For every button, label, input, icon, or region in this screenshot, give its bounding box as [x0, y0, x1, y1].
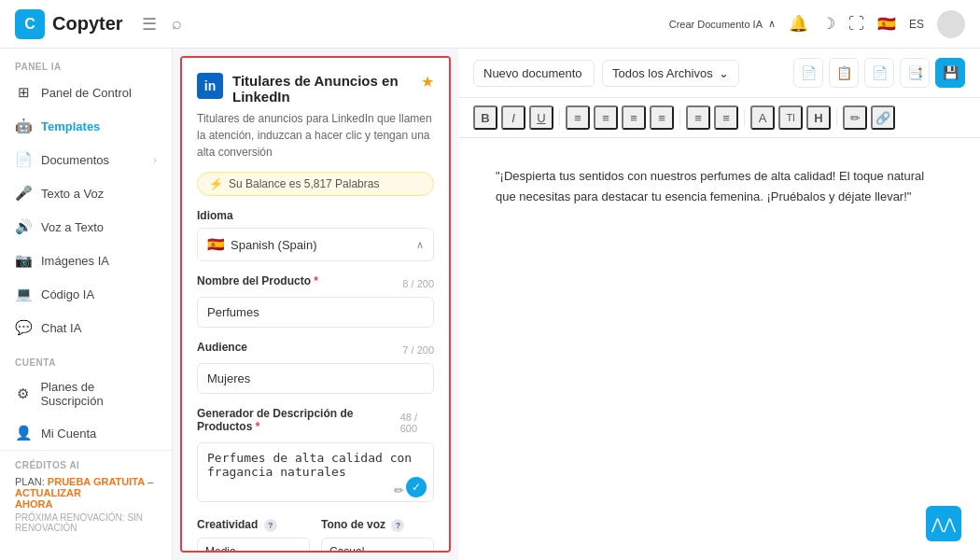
- nombre-input[interactable]: [197, 297, 434, 328]
- audience-field-group: Audience 7 / 200: [197, 341, 434, 394]
- desc-field-group: Generador de Descripción de Productos * …: [197, 407, 434, 505]
- format-font-size-button[interactable]: Tl: [778, 105, 803, 130]
- logo-box: C: [15, 9, 45, 39]
- notification-icon[interactable]: 🔔: [789, 14, 808, 34]
- renovacion-text: PRÓXIMA RENOVACIÓN: SIN RENOVACIÓN: [15, 512, 157, 533]
- crear-documento-button[interactable]: Crear Documento IA ∧: [669, 18, 776, 30]
- tb-doc-icon[interactable]: 📄: [864, 58, 894, 88]
- format-underline-button[interactable]: U: [529, 105, 553, 130]
- archive-select[interactable]: Todos los Archivos ⌄: [602, 60, 739, 87]
- sidebar-label-planes: Planes de Suscripción: [40, 380, 157, 408]
- sidebar: PANEL IA ⊞ Panel de Control 🤖 Templates …: [0, 49, 173, 560]
- header: C Copyter ☰ ⌕ Crear Documento IA ∧ 🔔 ☽ ⛶…: [0, 0, 980, 49]
- bolt-icon: ⚡: [209, 177, 223, 190]
- moon-icon[interactable]: ☽: [821, 14, 835, 34]
- format-list-ol-button[interactable]: ≡: [686, 105, 710, 130]
- idioma-field-group: Idioma 🇪🇸 Spanish (Spain) ∧: [197, 209, 434, 261]
- format-italic-button[interactable]: I: [501, 105, 525, 130]
- scroll-top-icon: ⋀⋀: [931, 515, 956, 533]
- audience-input[interactable]: [197, 363, 434, 394]
- creatividad-info-icon[interactable]: ?: [264, 519, 277, 532]
- tono-chevron: ⌄: [416, 545, 426, 553]
- sidebar-item-panel-control[interactable]: ⊞ Panel de Control: [0, 76, 172, 109]
- panel-header: in Titulares de Anuncios en LinkedIn ★: [197, 73, 434, 105]
- format-divider-4: [836, 109, 837, 126]
- sidebar-label-mi-cuenta: Mi Cuenta: [41, 427, 96, 441]
- avatar[interactable]: [937, 10, 965, 38]
- templates-icon: 🤖: [15, 118, 32, 134]
- sidebar-item-texto-voz[interactable]: 🎤 Texto a Voz: [0, 176, 172, 210]
- sidebar-item-templates[interactable]: 🤖 Templates: [0, 109, 172, 143]
- nombre-required: *: [311, 274, 318, 287]
- format-heading-button[interactable]: H: [806, 105, 831, 130]
- sidebar-label-panel-control: Panel de Control: [41, 86, 132, 100]
- creatividad-chevron: ⌄: [292, 545, 301, 553]
- format-pen-button[interactable]: ✏: [843, 105, 867, 130]
- nombre-label: Nombre del Producto *: [197, 274, 318, 287]
- creatividad-select[interactable]: Media ⌄: [197, 538, 310, 553]
- sidebar-item-voz-texto[interactable]: 🔊 Voz a Texto: [0, 210, 172, 244]
- planes-icon: ⚙: [15, 385, 31, 402]
- format-link-button[interactable]: 🔗: [871, 105, 895, 130]
- mi-cuenta-icon: 👤: [15, 425, 32, 441]
- main-layout: PANEL IA ⊞ Panel de Control 🤖 Templates …: [0, 49, 980, 560]
- toolbar-icons: 📄 📋 📄 📑 💾: [793, 58, 965, 88]
- imagenes-ia-icon: 📷: [15, 252, 32, 269]
- tono-label: Tono de voz ?: [321, 518, 434, 532]
- grid-icon: ⊞: [15, 84, 32, 101]
- linkedin-icon: in: [197, 73, 223, 99]
- crear-arrow: ∧: [768, 18, 776, 30]
- edit-icon[interactable]: ✏: [394, 483, 404, 497]
- doc-select-value: Nuevo documento: [483, 66, 582, 80]
- credits-section: CRÉDITOS AI PLAN: PRUEBA GRATUITA – ACTU…: [0, 450, 172, 542]
- voz-texto-icon: 🔊: [15, 218, 32, 235]
- format-justify-button[interactable]: ≡: [650, 105, 674, 130]
- tb-pages-icon[interactable]: 📑: [900, 58, 930, 88]
- sidebar-label-imagenes-ia: Imágenes IA: [41, 254, 109, 268]
- texto-voz-icon: 🎤: [15, 185, 32, 202]
- scroll-top-button[interactable]: ⋀⋀: [926, 506, 961, 541]
- sidebar-item-imagenes-ia[interactable]: 📷 Imágenes IA: [0, 244, 172, 277]
- idioma-label: Idioma: [197, 209, 434, 222]
- format-bar: B I U ≡ ≡ ≡ ≡ ≡ ≡ A Tl H ✏ 🔗: [458, 98, 980, 138]
- chevron-right-icon: ›: [153, 154, 157, 165]
- format-bold-button[interactable]: B: [473, 105, 497, 130]
- tono-info-icon[interactable]: ?: [391, 519, 404, 532]
- tb-clipboard-icon[interactable]: 📋: [829, 58, 859, 88]
- lang-label: ES: [909, 18, 924, 31]
- sidebar-item-chat-ia[interactable]: 💬 Chat IA: [0, 311, 172, 344]
- format-align-center-button[interactable]: ≡: [594, 105, 618, 130]
- idioma-select-inner: 🇪🇸 Spanish (Spain): [207, 236, 317, 253]
- expand-icon[interactable]: ⛶: [848, 15, 864, 34]
- sidebar-item-documentos[interactable]: 📄 Documentos ›: [0, 143, 172, 176]
- desc-count: 48 / 600: [400, 412, 434, 434]
- archive-chevron-icon: ⌄: [719, 66, 729, 80]
- format-align-right-button[interactable]: ≡: [622, 105, 646, 130]
- menu-icon[interactable]: ☰: [142, 14, 157, 35]
- audience-field-row: Audience 7 / 200: [197, 341, 434, 359]
- star-icon[interactable]: ★: [421, 73, 434, 91]
- crear-label: Crear Documento IA: [669, 19, 763, 30]
- flag-icon: 🇪🇸: [877, 15, 896, 33]
- check-icon[interactable]: ✓: [406, 477, 427, 497]
- chevron-up-icon: ∧: [416, 239, 424, 251]
- tb-save-icon[interactable]: 💾: [935, 58, 965, 88]
- format-font-color-button[interactable]: A: [750, 105, 775, 130]
- sidebar-item-mi-cuenta[interactable]: 👤 Mi Cuenta: [0, 416, 172, 450]
- idioma-select[interactable]: 🇪🇸 Spanish (Spain) ∧: [197, 228, 434, 261]
- logo-text: Copyter: [52, 13, 123, 35]
- actualizar-link[interactable]: ACTUALIZARAHORA: [15, 487, 81, 510]
- tono-select[interactable]: Casual ⌄: [321, 538, 434, 553]
- format-align-left-button[interactable]: ≡: [566, 105, 590, 130]
- creatividad-value: Media: [205, 545, 236, 553]
- cuenta-label: CUENTA: [0, 344, 172, 371]
- tb-copy-icon[interactable]: 📄: [793, 58, 823, 88]
- chat-ia-icon: 💬: [15, 319, 32, 336]
- left-panel: in Titulares de Anuncios en LinkedIn ★ T…: [180, 56, 451, 553]
- doc-select[interactable]: Nuevo documento: [473, 60, 595, 87]
- content-area: "¡Despierta tus sentidos con nuestros pe…: [458, 138, 980, 560]
- format-list-ul-button[interactable]: ≡: [714, 105, 738, 130]
- search-icon[interactable]: ⌕: [172, 14, 182, 34]
- sidebar-item-planes[interactable]: ⚙ Planes de Suscripción: [0, 371, 172, 416]
- sidebar-item-codigo-ia[interactable]: 💻 Código IA: [0, 277, 172, 311]
